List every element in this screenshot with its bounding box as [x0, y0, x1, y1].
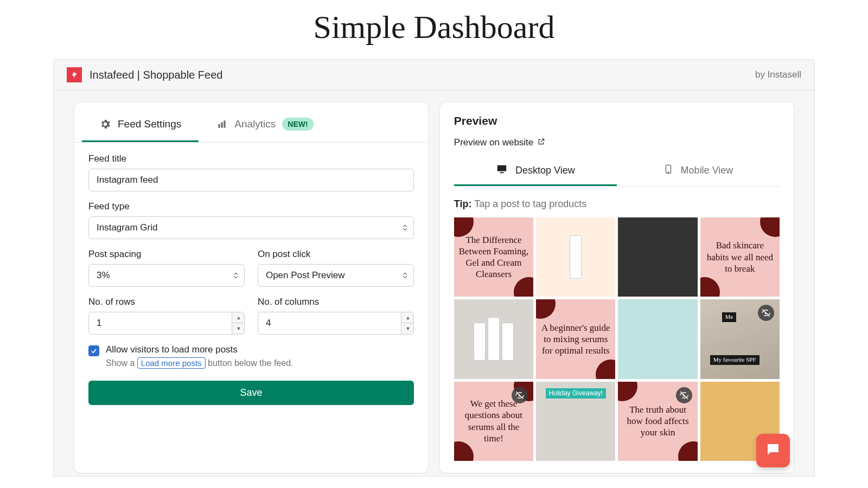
select-caret-icon	[403, 225, 407, 231]
preview-tile[interactable]: Bad skincare habits we all need to break	[700, 217, 780, 297]
page-title: Simple Dashboard	[0, 0, 868, 59]
svg-rect-3	[497, 165, 507, 171]
cols-label: No. of columns	[258, 297, 414, 307]
post-spacing-select[interactable]: 3%	[88, 264, 245, 287]
tab-feed-settings[interactable]: Feed Settings	[82, 107, 199, 142]
tab-desktop-view[interactable]: Desktop View	[454, 157, 617, 186]
preview-tile[interactable]: Me My favourite SPF	[700, 299, 780, 378]
tab-label: Feed Settings	[118, 118, 181, 130]
svg-rect-4	[500, 172, 503, 174]
chat-icon	[765, 441, 781, 460]
post-spacing-label: Post spacing	[88, 249, 245, 260]
svg-rect-2	[224, 120, 226, 127]
allow-more-checkbox[interactable]	[88, 345, 99, 356]
mobile-icon	[663, 163, 673, 178]
preview-tile[interactable]: The Difference Between Foaming, Gel and …	[454, 217, 533, 297]
cols-input[interactable]	[258, 312, 401, 335]
app-header: Instafeed | Shoppable Feed by Instasell	[54, 60, 814, 91]
on-post-click-label: On post click	[258, 249, 414, 260]
save-button[interactable]: Save	[88, 381, 414, 405]
stepper-down-button[interactable]: ▼	[232, 323, 245, 334]
app-frame: Instafeed | Shoppable Feed by Instasell …	[53, 59, 815, 477]
preview-tile[interactable]: We get these questions about serums all …	[454, 382, 533, 461]
tip-label: Tip:	[454, 198, 472, 209]
feed-title-input[interactable]	[88, 169, 414, 191]
app-logo-icon	[67, 67, 82, 82]
settings-tabs: Feed Settings Analytics NEW!	[74, 107, 428, 143]
allow-more-hint: Show a Load more posts button below the …	[106, 357, 293, 369]
feed-type-label: Feed type	[88, 201, 414, 212]
tab-mobile-view[interactable]: Mobile View	[617, 157, 780, 186]
feed-title-label: Feed title	[88, 153, 414, 164]
rows-label: No. of rows	[88, 297, 245, 307]
preview-tile[interactable]	[536, 217, 615, 297]
eye-off-icon	[758, 305, 774, 321]
external-link-icon	[538, 137, 545, 148]
eye-off-icon	[676, 387, 692, 403]
app-name: Instafeed | Shoppable Feed	[90, 69, 222, 81]
chat-button[interactable]	[756, 434, 790, 467]
select-caret-icon	[403, 273, 407, 279]
preview-tile[interactable]: Holiday Giveaway!	[536, 382, 615, 461]
on-post-click-select[interactable]: Open Post Preview	[258, 264, 414, 287]
preview-on-website-link[interactable]: Preview on website	[454, 137, 780, 148]
preview-tile[interactable]	[618, 217, 697, 297]
svg-point-6	[668, 172, 669, 173]
preview-tile[interactable]: The truth about how food affects your sk…	[618, 382, 697, 461]
stepper-down-button[interactable]: ▼	[401, 323, 414, 334]
desktop-icon	[496, 163, 508, 178]
preview-tile[interactable]: A beginner's guide to mixing serums for …	[536, 299, 615, 378]
preview-tile[interactable]	[454, 299, 533, 378]
bar-chart-icon	[216, 118, 228, 130]
select-caret-icon	[233, 273, 238, 279]
tab-label: Analytics	[234, 118, 276, 130]
tab-analytics[interactable]: Analytics NEW!	[199, 107, 330, 142]
svg-rect-1	[221, 123, 223, 128]
rows-input[interactable]	[88, 312, 232, 335]
settings-card: Feed Settings Analytics NEW! Feed title …	[74, 102, 428, 473]
preview-tile[interactable]	[618, 299, 697, 378]
preview-grid: The Difference Between Foaming, Gel and …	[454, 217, 780, 461]
stepper-up-button[interactable]: ▲	[401, 312, 414, 323]
preview-title: Preview	[454, 114, 780, 127]
allow-more-label: Allow visitors to load more posts	[106, 344, 293, 355]
preview-card: Preview Preview on website Desktop View	[440, 102, 794, 473]
load-more-pill: Load more posts	[137, 357, 206, 369]
gear-icon	[99, 118, 111, 130]
feed-type-select[interactable]: Instagram Grid	[88, 216, 414, 239]
view-tabs: Desktop View Mobile View	[454, 157, 780, 187]
app-attribution: by Instasell	[755, 69, 801, 80]
stepper-up-button[interactable]: ▲	[232, 312, 245, 323]
new-badge: NEW!	[282, 118, 313, 131]
svg-rect-0	[219, 124, 220, 128]
